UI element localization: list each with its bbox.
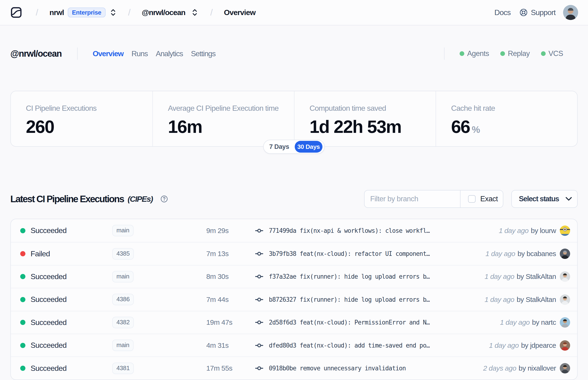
author-avatar <box>560 317 570 327</box>
cipe-row[interactable]: Succeeded main 9m 29s 771499da fix(nx-ap… <box>11 219 577 242</box>
cipe-meta-cell: 1 day ago by jdpearce <box>489 340 570 351</box>
range-30-days-button[interactable]: 30 Days <box>295 141 322 152</box>
feature-vcs[interactable]: VCS <box>541 49 563 58</box>
status-label: Failed <box>31 249 50 258</box>
cipe-status-cell: Succeeded <box>20 318 112 327</box>
divider <box>444 47 445 60</box>
stat-card: CI Pipeline Executions260 <box>11 91 152 146</box>
time-ago: 1 day ago <box>485 250 515 258</box>
workspace-switcher-chevron-updown-icon[interactable] <box>192 9 198 16</box>
range-7-days-button[interactable]: 7 Days <box>264 143 295 151</box>
status-dot <box>20 251 25 256</box>
commit-message[interactable]: 0918b0be remove unnecessary invalidation <box>269 365 406 372</box>
status-label: Succeeded <box>31 318 67 327</box>
breadcrumb-org[interactable]: nrwl <box>49 8 64 17</box>
branch-badge[interactable]: 4381 <box>112 362 134 374</box>
stats-panel: CI Pipeline Executions260Average CI Pipe… <box>10 91 578 147</box>
status-dot <box>20 297 25 302</box>
nx-cloud-logo-icon[interactable] <box>11 7 22 18</box>
feature-replay[interactable]: Replay <box>500 49 530 58</box>
author-avatar <box>560 271 570 282</box>
breadcrumb-separator: / <box>128 7 131 18</box>
commit-message[interactable]: 771499da fix(nx-api & workflows): close … <box>269 227 430 234</box>
cipe-branch-cell: main <box>112 340 206 351</box>
support-link[interactable]: Support <box>520 8 555 17</box>
cipe-branch-cell: 4386 <box>112 294 206 305</box>
branch-badge[interactable]: main <box>112 271 133 283</box>
cipe-duration-cell: 17m 55s <box>206 364 255 372</box>
support-label: Support <box>531 8 555 17</box>
branch-badge[interactable]: main <box>112 340 133 351</box>
author: by StalkAltan <box>517 296 556 304</box>
cipe-row[interactable]: Succeeded main 8m 30s f37a32ae fix(runne… <box>11 265 577 288</box>
cipe-duration-cell: 7m 13s <box>206 250 255 258</box>
breadcrumb-separator: / <box>210 7 213 18</box>
commit-message[interactable]: b8726327 fix(runner): hide log upload er… <box>269 296 430 303</box>
commit-message[interactable]: dfed80d3 feat(nx-cloud): add time-saved … <box>269 342 430 349</box>
git-commit-icon <box>255 320 263 325</box>
feature-agents[interactable]: Agents <box>460 49 489 58</box>
feature-label: Agents <box>467 49 489 58</box>
branch-badge[interactable]: 4385 <box>112 248 134 260</box>
branch-badge[interactable]: main <box>112 225 133 236</box>
cipe-meta-cell: 1 day ago by lourw <box>499 226 570 236</box>
cipe-section-title: Latest CI Pipeline Executions <box>10 194 124 204</box>
stat-label: Average CI Pipeline Execution time <box>168 104 285 113</box>
workspace-title: @nrwl/ocean <box>10 49 62 59</box>
cipe-row[interactable]: Succeeded 4386 7m 44s b8726327 fix(runne… <box>11 288 577 311</box>
branch-badge[interactable]: 4382 <box>112 317 134 328</box>
cipe-table: Succeeded main 9m 29s 771499da fix(nx-ap… <box>10 219 578 380</box>
help-icon[interactable] <box>161 195 168 203</box>
status-dot <box>460 51 464 56</box>
cipe-commit-cell: 771499da fix(nx-api & workflows): close … <box>255 227 499 234</box>
cipe-commit-cell: f37a32ae fix(runner): hide log upload er… <box>255 273 485 280</box>
author-avatar <box>560 340 570 351</box>
cipe-meta-cell: 2 days ago by nixallover <box>483 363 570 373</box>
time-ago: 2 days ago <box>483 364 516 372</box>
breadcrumb-workspace[interactable]: @nrwl/ocean <box>142 8 185 17</box>
cipe-filters: Exact Select status <box>364 190 578 208</box>
cipe-branch-cell: 4381 <box>112 362 206 374</box>
tab-analytics[interactable]: Analytics <box>156 49 183 58</box>
git-commit-icon <box>255 274 263 279</box>
commit-message[interactable]: 2d58f6d3 feat(nx-cloud): PermissionError… <box>269 319 430 326</box>
commit-message[interactable]: 3b79fb38 feat(nx-cloud): refactor UI com… <box>269 250 430 257</box>
author-avatar <box>560 363 570 373</box>
cipe-row[interactable]: Succeeded main 4m 31s dfed80d3 feat(nx-c… <box>11 334 577 357</box>
user-avatar[interactable] <box>563 5 578 20</box>
breadcrumb-page: Overview <box>224 8 255 17</box>
cipe-row[interactable]: Succeeded 4381 17m 55s 0918b0be remove u… <box>11 357 577 379</box>
stat-value: 66% <box>451 116 568 137</box>
status-select[interactable]: Select status <box>511 190 578 208</box>
git-commit-icon <box>255 251 263 257</box>
stat-value: 1d 22h 53m <box>309 116 426 137</box>
tab-settings[interactable]: Settings <box>191 49 215 58</box>
cipe-row[interactable]: Succeeded 4382 19m 47s 2d58f6d3 feat(nx-… <box>11 311 577 334</box>
cipe-branch-cell: 4385 <box>112 248 206 260</box>
author: by lourw <box>531 227 556 235</box>
branch-badge[interactable]: 4386 <box>112 294 134 305</box>
time-ago: 1 day ago <box>489 342 519 349</box>
tab-runs[interactable]: Runs <box>132 49 148 58</box>
exact-checkbox[interactable] <box>468 195 475 203</box>
branch-filter-input[interactable] <box>364 190 460 208</box>
git-commit-icon <box>255 365 263 371</box>
stat-card: Cache hit rate66% <box>436 91 577 146</box>
tab-overview[interactable]: Overview <box>93 49 123 58</box>
cipe-row[interactable]: Failed 4385 7m 13s 3b79fb38 feat(nx-clou… <box>11 242 577 265</box>
stat-label: CI Pipeline Executions <box>26 104 143 113</box>
status-dot <box>20 320 25 325</box>
divider <box>77 47 78 60</box>
author-avatar <box>560 294 570 305</box>
commit-message[interactable]: f37a32ae fix(runner): hide log upload er… <box>269 273 430 280</box>
cipe-section-title-suffix: (CIPEs) <box>128 194 153 204</box>
cipe-branch-cell: 4382 <box>112 317 206 328</box>
workspace-tabs: OverviewRunsAnalyticsSettings <box>93 49 215 58</box>
lifebuoy-icon <box>520 8 528 17</box>
org-switcher-chevron-updown-icon[interactable] <box>110 9 116 16</box>
chevron-down-icon <box>565 197 572 201</box>
author: by nixallover <box>519 364 556 372</box>
status-label: Succeeded <box>31 295 67 304</box>
cipe-commit-cell: dfed80d3 feat(nx-cloud): add time-saved … <box>255 342 489 349</box>
docs-link[interactable]: Docs <box>494 8 511 17</box>
